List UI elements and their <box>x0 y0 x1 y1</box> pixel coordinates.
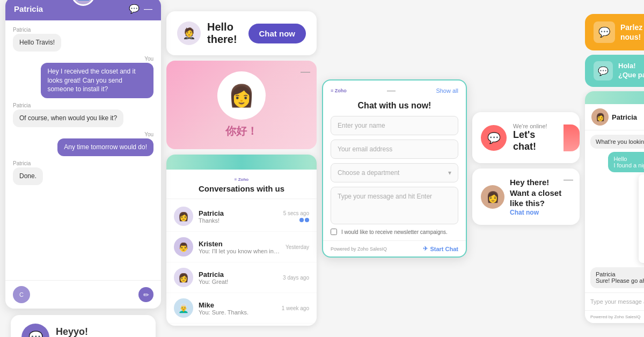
conv-msg: You: Sure. Thanks. <box>199 309 276 316</box>
decorative-bar <box>564 124 580 151</box>
conv-meta: 1 week ago <box>282 305 309 311</box>
chat-messages: Patricia Hello Travis! You Hey I receive… <box>5 20 161 280</box>
msg-item: Patricia Hello Travis! <box>13 27 153 52</box>
message-textarea[interactable]: Type your message and hit Enter <box>331 187 458 224</box>
start-chat-button[interactable]: ✈ Start Chat <box>423 245 458 252</box>
chat-promo-icon: 💬 <box>21 324 49 337</box>
context-email[interactable]: ✉ Send email <box>639 203 644 217</box>
conv-msg: You: Great! <box>199 279 277 285</box>
hola-text: Hola!¿Que pasa? <box>618 62 644 80</box>
msg-sender: Patricia <box>13 160 31 166</box>
chat-now-button[interactable]: Chat now <box>248 24 306 43</box>
conv-item[interactable]: 👩 Patricia You: Great! 3 days ago <box>166 262 317 293</box>
conv-msg: You: I'll let you know when in nee <box>199 248 280 254</box>
conv-avatar: 👩 <box>174 207 193 226</box>
online-status: We're online! <box>513 123 557 129</box>
department-placeholder: Choose a department <box>338 169 399 177</box>
minimize-button[interactable]: — <box>387 86 396 96</box>
conv-meta: Yesterday <box>286 244 309 250</box>
read-dot <box>305 218 309 222</box>
chat-input-area: C ✏ <box>5 280 161 309</box>
zoho-logo: ≡ Zoho <box>331 88 347 93</box>
conv-time: 5 secs ago <box>283 210 309 216</box>
context-mute[interactable]: 🔇 Mute <box>639 190 644 203</box>
conv-time: 3 days ago <box>283 275 309 281</box>
promo-chat-icon: 💬 <box>594 21 615 43</box>
powered-by-label: Powered by Zoho SalesIQ <box>331 246 387 252</box>
show-all-link[interactable]: Show all <box>436 87 458 94</box>
conv-meta: 3 days ago <box>283 275 309 281</box>
conv-info: Patricia Thanks! <box>199 209 278 224</box>
right-chat-panel: 💬 Parlez avec nous! 💬 Hola!¿Que pasa? 👩 … <box>585 14 644 323</box>
agent-reply: PatriciaSure! Please go ahead 🤗 <box>590 267 644 288</box>
right-input-placeholder[interactable]: Type your message and hit Enter <box>590 298 644 305</box>
context-print[interactable]: 🖨 Print <box>639 217 644 230</box>
conv-list: 👩 Patricia Thanks! 5 secs ago 👨 Kristen <box>166 199 317 326</box>
minimize-pink-button[interactable]: — <box>301 66 310 77</box>
email-field[interactable]: Your email address <box>331 140 458 159</box>
closet-avatar: 👩 <box>481 185 504 209</box>
online-closet-panel: 💬 We're online! Let's chat! — 👩 Hey ther… <box>472 112 580 225</box>
conv-info: Mike You: Sure. Thanks. <box>199 301 276 316</box>
msg-item: Patricia Of course, when would you like … <box>13 102 153 127</box>
context-attach[interactable]: 📎 Attach a file <box>639 177 644 190</box>
hello-avatar: 🤵 <box>177 21 201 45</box>
right-conversation-panel: 👩 Patricia Show all What're you looking … <box>585 91 644 323</box>
send-icon: ✈ <box>423 245 428 252</box>
promo-label: Parlez avec nous! <box>620 23 644 42</box>
form-title: Chat with us now! <box>323 98 466 116</box>
hola-icon: 💬 <box>594 61 613 80</box>
closet-panel: — 👩 Hey there! Want a closet like this? … <box>472 169 580 225</box>
conv-name: Kristen <box>199 240 280 248</box>
context-menu: 📎 Attach a file 🔇 Mute ✉ Send email 🖨 Pr… <box>639 174 644 263</box>
name-field[interactable]: Enter your name <box>331 116 458 135</box>
closet-row: 👩 Hey there! Want a closet like this? Ch… <box>481 177 571 216</box>
conv-avatar: 👨‍🦳 <box>174 298 193 318</box>
context-share[interactable]: 🔗 Share your scr... <box>639 230 644 249</box>
chat-panel: Patricia 💬 — Patricia Hello Travis! You … <box>5 0 161 309</box>
compose-button[interactable]: ✏ <box>138 287 153 302</box>
top-avatar: 👤 <box>71 0 95 6</box>
minimize-closet-button[interactable]: — <box>564 174 573 185</box>
newsletter-checkbox[interactable] <box>331 229 337 235</box>
newsletter-label: I would like to receive newsletter campa… <box>341 229 448 235</box>
conv-item[interactable]: 👨 Kristen You: I'll let you know when in… <box>166 232 317 262</box>
chat-online-icon: 💬 <box>481 125 507 151</box>
hola-bubble: 💬 Hola!¿Que pasa? <box>585 55 644 87</box>
promo-text: Heyyo!Got questions? <box>56 326 127 337</box>
chevron-down-icon: ▾ <box>448 169 451 177</box>
user-messages: HelloI found a night stand I'd like to b… <box>590 152 644 264</box>
conv-avatar: 👩 <box>174 268 193 287</box>
orange-promo-card: 💬 Parlez avec nous! <box>585 14 644 50</box>
department-select[interactable]: Choose a department ▾ <box>331 163 458 182</box>
msg-bubble-right: Any time tomorrow would do! <box>57 138 153 156</box>
msg-sender: Patricia <box>13 102 31 108</box>
conv-teal-header <box>166 155 317 170</box>
hello-panel: 🤵 Hello there! Chat now — 👩 你好！ ≡ Zoho C… <box>166 11 317 326</box>
right-chat-header: 👩 Patricia Show all <box>585 104 644 130</box>
hello-banner: 🤵 Hello there! Chat now <box>166 11 317 55</box>
conv-time: 1 week ago <box>282 305 309 311</box>
online-panel: 💬 We're online! Let's chat! <box>472 112 580 163</box>
conv-info: Patricia You: Great! <box>199 270 277 285</box>
closet-chat-now-link[interactable]: Chat now <box>510 209 571 216</box>
agent-message: What're you looking for today? <box>590 135 644 149</box>
msg-you-label: You <box>144 56 153 62</box>
right-footer: Powered by Zoho SalesIQ ✈ Send <box>585 310 644 323</box>
newsletter-checkbox-row: I would like to receive newsletter campa… <box>331 229 458 235</box>
conv-status <box>283 218 309 222</box>
msg-sender: Patricia <box>13 27 31 33</box>
conv-info: Kristen You: I'll let you know when in n… <box>199 240 280 254</box>
closet-greeting: Hey there! Want a closet like this? <box>510 177 571 209</box>
pink-panel: — 👩 你好！ <box>166 61 317 149</box>
online-text-block: We're online! Let's chat! <box>513 123 557 152</box>
conv-meta: 5 secs ago <box>283 210 309 222</box>
conv-item[interactable]: 👩 Patricia Thanks! 5 secs ago <box>166 201 317 232</box>
msg-bubble-left: Hello Travis! <box>13 34 61 52</box>
conv-avatar: 👨 <box>174 237 193 257</box>
conv-name: Mike <box>199 301 276 309</box>
context-close[interactable]: ⏻ <box>639 249 644 261</box>
right-chat-messages: What're you looking for today? HelloI fo… <box>585 130 644 292</box>
conv-msg: Thanks! <box>199 217 278 224</box>
conv-item[interactable]: 👨‍🦳 Mike You: Sure. Thanks. 1 week ago <box>166 293 317 324</box>
